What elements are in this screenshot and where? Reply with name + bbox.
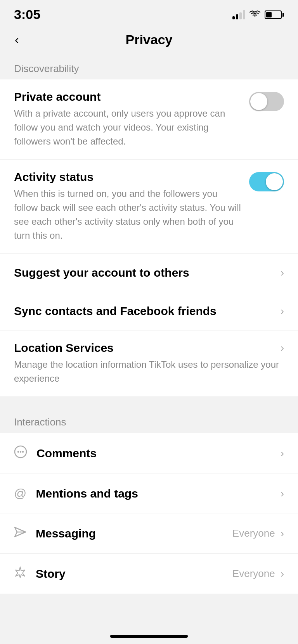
- interactions-section-label: Interactions: [0, 408, 298, 433]
- activity-status-title: Activity status: [14, 170, 241, 184]
- discoverability-card: Private account With a private account, …: [0, 79, 298, 397]
- activity-status-toggle[interactable]: [249, 172, 284, 191]
- messaging-value: Everyone: [232, 527, 275, 539]
- wifi-icon: [249, 9, 261, 20]
- story-value: Everyone: [232, 568, 275, 580]
- page-header: ‹ Privacy: [0, 26, 298, 55]
- discoverability-section-label: Discoverability: [0, 55, 298, 79]
- messaging-chevron: ›: [281, 527, 284, 540]
- suggest-account-chevron: ›: [281, 267, 284, 279]
- mentions-tags-title: Mentions and tags: [36, 487, 277, 500]
- comments-chevron: ›: [281, 447, 284, 460]
- svg-point-3: [22, 451, 24, 453]
- messaging-title: Messaging: [36, 527, 232, 540]
- status-icons: [232, 9, 284, 20]
- page-title: Privacy: [126, 32, 173, 47]
- mentions-tags-chevron: ›: [281, 487, 284, 500]
- private-account-title: Private account: [14, 90, 241, 103]
- messaging-row[interactable]: Messaging Everyone ›: [0, 513, 298, 554]
- bottom-spacer: [0, 594, 298, 625]
- location-services-desc: Manage the location information TikTok u…: [14, 358, 284, 386]
- location-services-row[interactable]: Location Services › Manage the location …: [0, 331, 298, 397]
- mention-icon: @: [14, 486, 26, 501]
- suggest-account-title: Suggest your account to others: [14, 266, 277, 279]
- section-gap: [0, 397, 298, 408]
- mentions-tags-row[interactable]: @ Mentions and tags ›: [0, 474, 298, 513]
- home-indicator: [110, 635, 188, 638]
- sync-contacts-row[interactable]: Sync contacts and Facebook friends ›: [0, 292, 298, 331]
- private-account-item: Private account With a private account, …: [0, 79, 298, 160]
- messaging-icon: [14, 526, 26, 541]
- svg-marker-6: [16, 567, 25, 578]
- sync-contacts-chevron: ›: [281, 305, 284, 317]
- svg-point-2: [20, 451, 21, 453]
- story-icon: [14, 566, 26, 581]
- activity-status-item: Activity status When this is turned on, …: [0, 160, 298, 254]
- interactions-card: Comments › @ Mentions and tags › Messagi…: [0, 433, 298, 594]
- signal-icon: [232, 10, 245, 19]
- comments-title: Comments: [36, 447, 277, 460]
- comments-row[interactable]: Comments ›: [0, 433, 298, 474]
- status-time: 3:05: [14, 7, 40, 22]
- location-services-title: Location Services: [14, 341, 114, 355]
- activity-status-desc: When this is turned on, you and the foll…: [14, 187, 241, 243]
- private-account-toggle[interactable]: [249, 92, 284, 111]
- svg-point-1: [17, 451, 19, 453]
- suggest-account-row[interactable]: Suggest your account to others ›: [0, 254, 298, 292]
- story-chevron: ›: [281, 568, 284, 580]
- private-account-desc: With a private account, only users you a…: [14, 107, 241, 148]
- battery-icon: [265, 10, 284, 19]
- back-button[interactable]: ‹: [12, 29, 22, 50]
- location-services-chevron: ›: [281, 342, 284, 354]
- sync-contacts-title: Sync contacts and Facebook friends: [14, 305, 277, 318]
- story-title: Story: [36, 567, 232, 580]
- status-bar: 3:05: [0, 0, 298, 26]
- comment-icon: [14, 445, 27, 461]
- story-row[interactable]: Story Everyone ›: [0, 554, 298, 594]
